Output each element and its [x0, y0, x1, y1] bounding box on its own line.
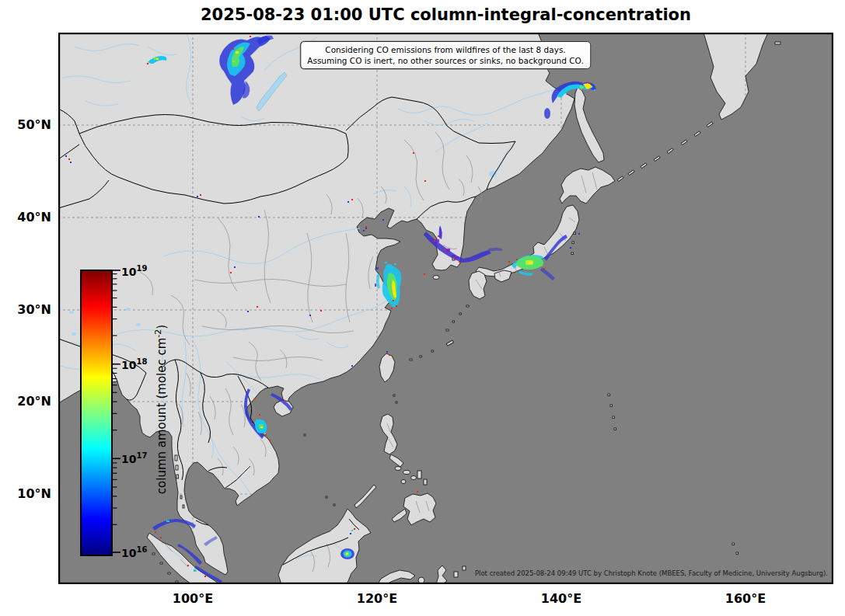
- lat-label-10n: 10°N: [17, 486, 51, 501]
- map-canvas: [58, 33, 833, 584]
- lon-label-140e: 140°E: [541, 591, 581, 606]
- annotation-box: Considering CO emissions from wildfires …: [300, 41, 591, 69]
- lat-label-40n: 40°N: [17, 210, 51, 224]
- colorbar-tick-1e16: 1016: [121, 545, 147, 559]
- lat-label-50n: 50°N: [17, 117, 51, 132]
- figure: 2025-08-23 01:00 UTC column-integral-con…: [0, 0, 845, 616]
- annotation-line-1: Considering CO emissions from wildfires …: [307, 44, 584, 55]
- annotation-line-2: Assuming CO is inert, no other sources o…: [307, 55, 584, 66]
- lat-label-30n: 30°N: [17, 302, 51, 317]
- lon-label-100e: 100°E: [173, 591, 213, 606]
- credit-text: Plot created 2025-08-24 09:49 UTC by Chr…: [475, 569, 828, 577]
- page-title: 2025-08-23 01:00 UTC column-integral-con…: [58, 5, 833, 24]
- colorbar-tick-1e19: 1019: [121, 264, 147, 278]
- lat-label-20n: 20°N: [17, 394, 51, 409]
- colorbar-tick-1e18: 1018: [121, 357, 147, 371]
- colorbar-tick-1e17: 1017: [121, 451, 147, 465]
- lon-label-160e: 160°E: [725, 591, 766, 606]
- colorbar: [80, 270, 113, 556]
- plume-amur-hotspot: [588, 82, 590, 84]
- colorbar-ticks: [113, 270, 121, 553]
- plume-borneo-hotspot: [354, 528, 355, 530]
- map-area: [58, 33, 833, 584]
- lon-label-120e: 120°E: [357, 591, 397, 606]
- colorbar-axis-label: column amount (molec cm-2): [153, 325, 169, 494]
